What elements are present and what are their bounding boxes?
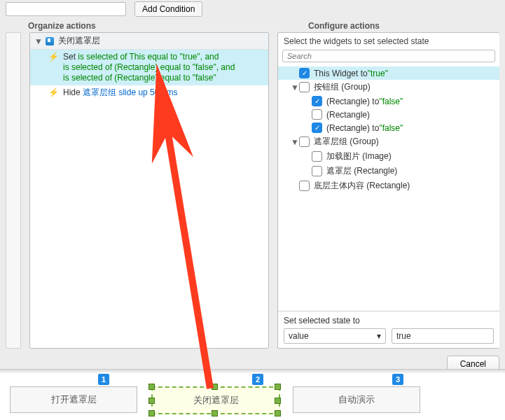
footnote-badge-2: 2	[252, 374, 263, 385]
canvas-area: 打开遮罩层 关闭遮罩层 自动演示 1 2 3	[0, 369, 505, 420]
configure-actions-label: Configure actions	[294, 21, 380, 31]
bolt-icon: ⚡	[48, 88, 59, 98]
set-selected-action[interactable]: ⚡ Set is selected of This equal to "true…	[30, 50, 268, 85]
disclosure-triangle-icon[interactable]: ▼	[34, 36, 43, 46]
selection-handle[interactable]	[148, 384, 155, 390]
case-row[interactable]: ▼ 关闭遮罩层	[30, 33, 268, 50]
left-sidebar-gutter	[6, 32, 21, 349]
tree-row-rect-1[interactable]: ▼ (Rectangle) to "false"	[278, 94, 499, 108]
checkbox[interactable]	[312, 151, 322, 162]
selection-handle[interactable]	[275, 410, 281, 416]
condition-bar: Add Condition	[0, 0, 505, 18]
add-condition-button[interactable]: Add Condition	[134, 1, 202, 17]
checkbox[interactable]	[299, 68, 310, 78]
state-value-input[interactable]: true	[392, 328, 494, 344]
checkbox[interactable]	[299, 181, 310, 191]
disclosure-triangle-icon[interactable]: ▼	[291, 83, 299, 92]
set-state-section: Set selected state to value▾ true	[278, 311, 499, 348]
organize-actions-panel: ▼ 关闭遮罩层 ⚡ Set is selected of This equal …	[29, 32, 269, 349]
tree-row-rect-2[interactable]: ▼ (Rectangle)	[278, 108, 499, 121]
footnote-badge-3: 3	[392, 374, 403, 385]
configure-header: Select the widgets to set selected state	[278, 33, 499, 50]
panels: ▼ 关闭遮罩层 ⚡ Set is selected of This equal …	[0, 32, 505, 349]
selection-handle[interactable]	[212, 410, 218, 416]
tree-row-mask-rect[interactable]: ▼ 遮罩层 (Rectangle)	[278, 164, 499, 178]
organize-actions-label: Organize actions	[0, 21, 294, 31]
disclosure-triangle-icon[interactable]: ▼	[291, 137, 299, 147]
case-flag-icon	[46, 37, 54, 46]
tree-row-button-group[interactable]: ▼ 按钮组 (Group)	[278, 80, 499, 94]
tab-open-mask[interactable]: 打开遮罩层	[10, 386, 137, 413]
bolt-icon: ⚡	[48, 52, 59, 62]
tree-row-loading-image[interactable]: ▼ 加载图片 (Image)	[278, 149, 499, 164]
selection-handle[interactable]	[275, 398, 281, 404]
case-name: 关闭遮罩层	[58, 35, 100, 47]
chevron-down-icon: ▾	[377, 331, 381, 341]
action-text: Set is selected of This equal to "true",…	[63, 52, 235, 83]
checkbox[interactable]	[312, 166, 322, 176]
selection-handle[interactable]	[148, 410, 155, 416]
app-root: Add Condition Organize actions Configure…	[0, 0, 505, 420]
condition-field[interactable]	[6, 2, 126, 16]
footnote-badge-1: 1	[98, 374, 109, 385]
selection-handle[interactable]	[212, 384, 218, 390]
selection-handle[interactable]	[275, 384, 281, 390]
tree-row-rect-3[interactable]: ▼ (Rectangle) to "false"	[278, 121, 499, 134]
configure-actions-panel: Select the widgets to set selected state…	[277, 32, 499, 349]
selection-handle[interactable]	[148, 398, 155, 404]
search-input[interactable]	[282, 50, 495, 62]
set-state-label: Set selected state to	[284, 316, 494, 326]
action-text: Hide 遮罩层组 slide up 500 ms	[63, 88, 177, 98]
widget-tree: ▼ This Widget to "true" ▼ 按钮组 (Group) ▼ …	[278, 65, 499, 311]
checkbox[interactable]	[312, 122, 322, 133]
tree-row-mask-group[interactable]: ▼ 遮罩层组 (Group)	[278, 134, 499, 149]
checkbox[interactable]	[312, 96, 322, 106]
tree-row-this-widget[interactable]: ▼ This Widget to "true"	[278, 66, 499, 80]
checkbox[interactable]	[299, 82, 310, 92]
hide-action[interactable]: ⚡ Hide 遮罩层组 slide up 500 ms	[30, 85, 268, 100]
state-basis-select[interactable]: value▾	[284, 328, 386, 344]
checkbox[interactable]	[299, 136, 310, 147]
tab-auto-demo[interactable]: 自动演示	[293, 386, 420, 413]
checkbox[interactable]	[312, 109, 322, 120]
section-labels: Organize actions Configure actions	[0, 18, 505, 32]
tree-row-bottom-content[interactable]: ▼ 底层主体内容 (Rectangle)	[278, 178, 499, 193]
